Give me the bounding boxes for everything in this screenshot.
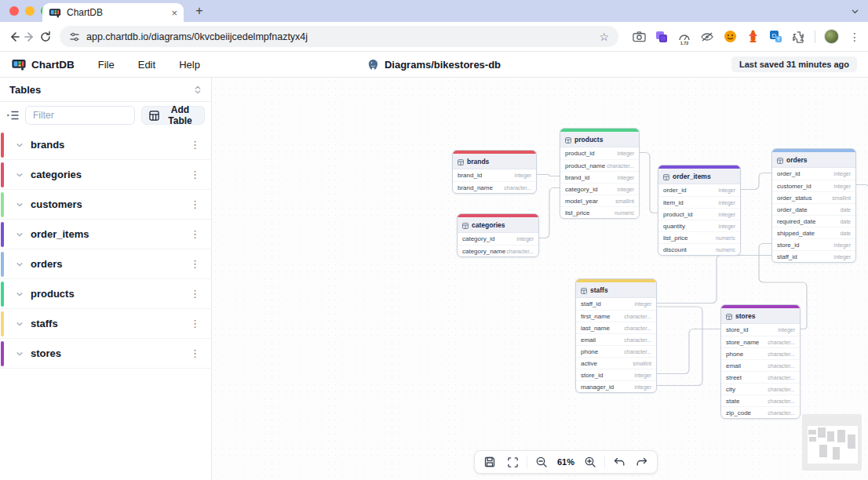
minimize-window-button[interactable] (25, 6, 35, 16)
screenshot-camera-icon[interactable] (631, 29, 647, 45)
add-table-button[interactable]: Add Table (141, 106, 205, 125)
field-row[interactable]: order_datedate (772, 203, 855, 215)
table-node-order_items[interactable]: order_itemsorder_idintegeritem_idinteger… (658, 165, 741, 256)
tab-close-icon[interactable]: × (171, 8, 177, 18)
table-header[interactable]: staffs (576, 282, 656, 298)
table-header[interactable]: stores (721, 308, 800, 324)
close-window-button[interactable] (9, 6, 19, 16)
field-row[interactable]: discountnumeric (658, 243, 740, 255)
field-row[interactable]: emailcharacter... (721, 359, 800, 371)
list-view-icon[interactable] (6, 110, 19, 121)
menu-help[interactable]: Help (170, 56, 210, 74)
field-row[interactable]: model_yearsmallint (560, 195, 639, 206)
table-menu-icon[interactable]: ⋮ (187, 228, 203, 240)
save-button[interactable] (481, 453, 498, 471)
sidebar-item-customers[interactable]: customers⋮ (0, 190, 211, 220)
table-header[interactable]: products (560, 132, 639, 147)
chevron-down-icon[interactable] (16, 171, 24, 179)
table-menu-icon[interactable]: ⋮ (187, 288, 203, 300)
field-row[interactable]: activesmallint (576, 357, 656, 369)
field-row[interactable]: statecharacter... (721, 395, 800, 406)
field-row[interactable]: first_namecharacter... (576, 310, 656, 322)
chevron-down-icon[interactable] (16, 231, 24, 238)
table-node-products[interactable]: productsproduct_idintegerproduct_namecha… (560, 128, 640, 219)
table-node-staffs[interactable]: staffsstaff_idintegerfirst_namecharacter… (575, 278, 657, 393)
field-row[interactable]: order_idinteger (658, 184, 740, 196)
table-node-stores[interactable]: storesstore_idintegerstore_namecharacter… (720, 304, 801, 419)
field-row[interactable]: manager_idinteger (576, 380, 656, 392)
field-row[interactable]: shipped_datedate (772, 227, 855, 238)
reload-button[interactable] (39, 27, 52, 46)
site-info-icon[interactable] (69, 31, 80, 42)
table-menu-icon[interactable]: ⋮ (187, 347, 203, 359)
profile-avatar[interactable] (824, 29, 839, 44)
new-tab-button[interactable]: + (191, 3, 207, 19)
field-row[interactable]: phonecharacter... (721, 347, 800, 359)
table-menu-icon[interactable]: ⋮ (187, 198, 203, 210)
field-row[interactable]: staff_idinteger (576, 298, 656, 310)
sidebar-item-stores[interactable]: stores⋮ (0, 339, 211, 369)
field-row[interactable]: emailcharacter... (576, 333, 656, 345)
extensions-puzzle-icon[interactable] (790, 29, 806, 45)
bookmark-star-icon[interactable]: ☆ (599, 31, 609, 43)
extension-eye-off-icon[interactable] (699, 29, 715, 45)
field-row[interactable]: last_namecharacter... (576, 322, 656, 333)
extension-purple-stack-icon[interactable] (654, 29, 669, 45)
sidebar-item-staffs[interactable]: staffs⋮ (0, 309, 211, 339)
diagram-title[interactable]: Diagrams/bikestores-db (367, 59, 501, 71)
chevron-down-icon[interactable] (16, 201, 24, 209)
canvas[interactable]: brandsbrand_idintegerbrand_namecharacter… (212, 78, 868, 480)
field-row[interactable]: customer_idinteger (772, 180, 855, 191)
field-row[interactable]: store_idinteger (772, 238, 855, 250)
table-node-brands[interactable]: brandsbrand_idintegerbrand_namecharacter… (452, 150, 537, 194)
field-row[interactable]: category_namecharacter... (458, 245, 538, 256)
table-header[interactable]: brands (453, 154, 536, 169)
field-row[interactable]: product_idinteger (658, 208, 740, 220)
field-row[interactable]: store_namecharacter... (721, 336, 800, 347)
chevron-down-icon[interactable] (16, 290, 24, 298)
minimap[interactable] (802, 414, 862, 471)
extension-translate-icon[interactable]: D文 (768, 29, 783, 45)
filter-input[interactable] (25, 106, 135, 125)
table-menu-icon[interactable]: ⋮ (187, 169, 203, 180)
table-node-orders[interactable]: ordersorder_idintegercustomer_idintegero… (771, 148, 856, 263)
redo-button[interactable] (633, 453, 651, 471)
sidebar-item-order_items[interactable]: order_items⋮ (0, 220, 211, 249)
fit-view-button[interactable] (504, 453, 521, 471)
zoom-in-button[interactable] (582, 453, 599, 471)
tab-list-chevron-icon[interactable] (848, 4, 862, 18)
browser-tab[interactable]: ChartDB × (42, 3, 184, 22)
table-menu-icon[interactable]: ⋮ (187, 258, 203, 270)
sidebar-item-orders[interactable]: orders⋮ (0, 249, 211, 279)
forward-button[interactable] (24, 27, 36, 46)
field-row[interactable]: phonecharacter... (576, 345, 656, 357)
field-row[interactable]: category_idinteger (458, 233, 538, 245)
url-text[interactable]: app.chartdb.io/diagrams/0kvcbeiijcedelmp… (86, 31, 593, 42)
undo-button[interactable] (611, 453, 628, 471)
field-row[interactable]: brand_idinteger (560, 171, 639, 183)
field-row[interactable]: zip_codecharacter... (721, 406, 800, 418)
field-row[interactable]: order_statussmallint (772, 191, 855, 203)
sidebar-item-categories[interactable]: categories⋮ (0, 160, 211, 190)
chartdb-brand[interactable]: ChartDB (11, 59, 75, 71)
field-row[interactable]: brand_idinteger (453, 169, 536, 181)
collapse-panel-icon[interactable] (194, 85, 202, 95)
field-row[interactable]: store_idinteger (721, 324, 800, 336)
back-button[interactable] (8, 27, 20, 46)
field-row[interactable]: product_namecharacter... (560, 159, 639, 171)
url-bar[interactable]: app.chartdb.io/diagrams/0kvcbeiijcedelmp… (60, 26, 618, 47)
table-header[interactable]: orders (772, 152, 855, 168)
zoom-out-button[interactable] (533, 453, 550, 471)
field-row[interactable]: streetcharacter... (721, 371, 800, 383)
chevron-down-icon[interactable] (16, 141, 24, 149)
field-row[interactable]: required_datedate (772, 215, 855, 227)
field-row[interactable]: list_pricenumeric (658, 231, 740, 243)
field-row[interactable]: store_idinteger (576, 369, 656, 380)
chevron-down-icon[interactable] (16, 260, 24, 268)
table-header[interactable]: order_items (658, 169, 740, 184)
field-row[interactable]: list_pricenumeric (560, 206, 639, 218)
table-node-categories[interactable]: categoriescategory_idintegercategory_nam… (457, 213, 539, 257)
chevron-down-icon[interactable] (16, 350, 24, 358)
field-row[interactable]: staff_idinteger (772, 250, 855, 262)
field-row[interactable]: quantityinteger (658, 220, 740, 231)
